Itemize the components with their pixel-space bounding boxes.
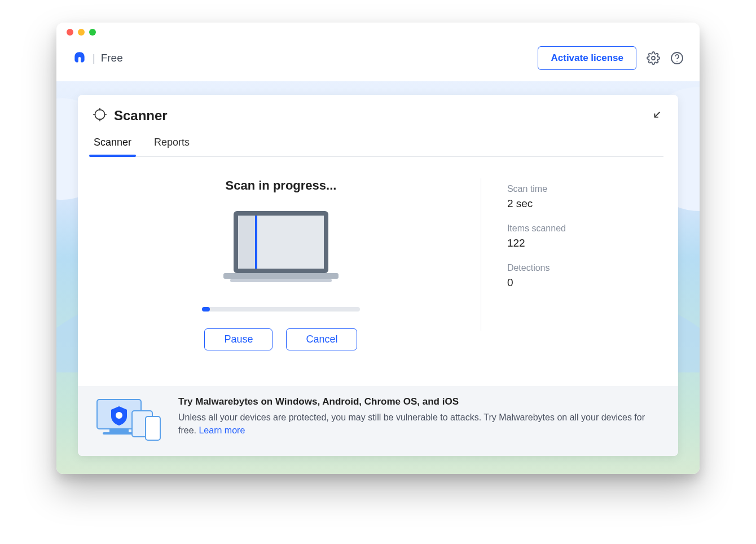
help-button[interactable]: [670, 51, 684, 65]
stat-value: 2 sec: [507, 198, 663, 210]
svg-rect-10: [238, 216, 255, 269]
brand-area: | Free: [72, 51, 123, 65]
svg-point-2: [676, 61, 678, 62]
svg-point-15: [116, 412, 122, 419]
stat-value: 0: [507, 277, 663, 289]
malwarebytes-logo-icon: [72, 51, 87, 65]
stat-value: 122: [507, 237, 663, 249]
svg-point-0: [652, 56, 655, 60]
tab-reports[interactable]: Reports: [153, 131, 191, 156]
svg-rect-13: [230, 279, 332, 282]
svg-rect-11: [255, 216, 257, 269]
stat-label: Scan time: [507, 184, 663, 194]
help-icon: [670, 51, 684, 65]
minimize-window-button[interactable]: [78, 29, 85, 36]
maximize-window-button[interactable]: [89, 29, 96, 36]
svg-point-3: [95, 109, 104, 119]
stat-items-scanned: Items scanned 122: [507, 223, 663, 249]
pause-button[interactable]: Pause: [204, 328, 272, 350]
laptop-illustration: [213, 208, 349, 295]
svg-rect-12: [223, 273, 339, 279]
scan-status-heading: Scan in progress...: [226, 178, 337, 193]
svg-rect-19: [146, 416, 160, 440]
cancel-button[interactable]: Cancel: [286, 328, 357, 350]
svg-rect-16: [109, 429, 129, 432]
activate-license-button[interactable]: Activate license: [538, 46, 636, 70]
promo-banner: Try Malwarebytes on Windows, Android, Ch…: [78, 386, 678, 456]
stat-label: Detections: [507, 263, 663, 273]
collapse-icon: [651, 108, 663, 121]
tab-bar: Scanner Reports: [93, 131, 663, 157]
app-window: | Free Activate license Scanner: [56, 23, 700, 474]
promo-text: Unless all your devices are protected, y…: [178, 411, 663, 437]
settings-button[interactable]: [647, 51, 660, 65]
scan-stats: Scan time 2 sec Items scanned 122 Detect…: [481, 178, 663, 331]
scan-progress-fill: [202, 307, 210, 312]
window-titlebar: [56, 23, 700, 42]
gear-icon: [647, 51, 660, 65]
devices-icon: [93, 396, 166, 441]
laptop-icon: [213, 208, 349, 292]
crosshair-icon: [93, 107, 107, 124]
promo-body: Unless all your devices are protected, y…: [178, 413, 645, 435]
stat-detections: Detections 0: [507, 263, 663, 289]
background-area: Scanner Scanner Reports Scan in progress…: [56, 81, 700, 474]
promo-title: Try Malwarebytes on Windows, Android, Ch…: [178, 396, 663, 407]
devices-illustration: [93, 396, 166, 444]
edition-label: Free: [101, 52, 123, 64]
app-header: | Free Activate license: [56, 42, 700, 81]
scanner-card: Scanner Scanner Reports Scan in progress…: [78, 95, 678, 456]
svg-rect-17: [103, 432, 135, 435]
brand-divider: |: [93, 52, 95, 64]
scan-progress-bar: [202, 307, 360, 312]
card-title: Scanner: [114, 108, 168, 124]
close-window-button[interactable]: [67, 29, 73, 36]
stat-scan-time: Scan time 2 sec: [507, 184, 663, 210]
stat-label: Items scanned: [507, 223, 663, 234]
tab-scanner[interactable]: Scanner: [93, 131, 133, 156]
collapse-button[interactable]: [651, 108, 663, 123]
learn-more-link[interactable]: Learn more: [199, 425, 245, 435]
